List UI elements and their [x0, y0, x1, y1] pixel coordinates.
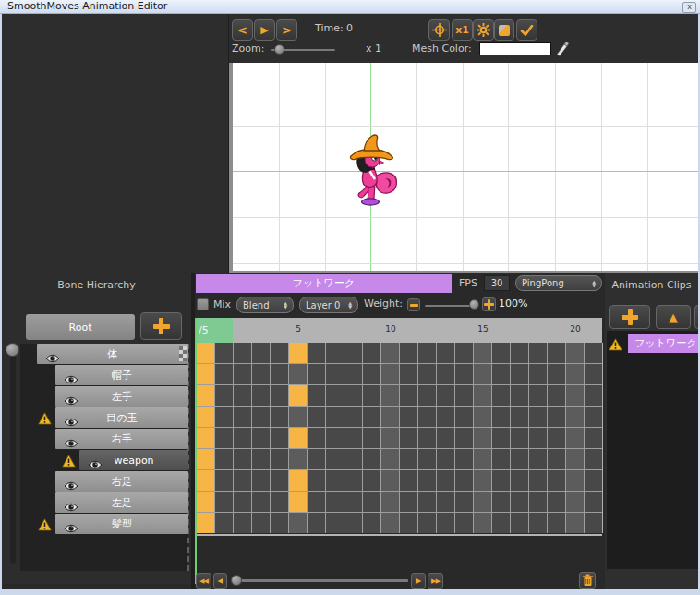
frame-cell[interactable] — [511, 407, 528, 427]
keyframe-cell[interactable] — [289, 492, 307, 512]
frame-cell[interactable] — [474, 449, 491, 469]
next-frame-button[interactable]: > — [276, 19, 297, 41]
frame-cell[interactable] — [252, 407, 270, 427]
frame-cell[interactable] — [529, 449, 547, 469]
keyframe-cell[interactable] — [197, 407, 214, 427]
frame-cell[interactable] — [492, 343, 510, 363]
layer-dropdown[interactable]: Layer 0 ▲▼ — [299, 297, 358, 313]
add-bone-button[interactable] — [140, 312, 182, 340]
frame-cell[interactable] — [585, 385, 602, 406]
frame-cell[interactable] — [252, 343, 270, 363]
eye-visibility-icon[interactable] — [64, 519, 78, 537]
settings-button[interactable] — [473, 19, 494, 41]
frame-cell[interactable] — [271, 407, 288, 427]
close-icon[interactable]: x — [682, 2, 696, 13]
eye-visibility-icon[interactable] — [64, 434, 78, 452]
frame-cell[interactable] — [437, 428, 454, 448]
frame-cell[interactable] — [511, 343, 528, 363]
frame-cell[interactable] — [381, 428, 399, 448]
frame-cell[interactable] — [418, 364, 436, 384]
frame-cell[interactable] — [455, 449, 473, 469]
frame-cell[interactable] — [234, 449, 251, 469]
timeline-scrollbar[interactable] — [231, 579, 408, 582]
frame-cell[interactable] — [437, 343, 454, 363]
frame-cell[interactable] — [252, 428, 270, 448]
keyframe-cell[interactable] — [197, 513, 214, 533]
frame-cell[interactable] — [566, 470, 584, 491]
frame-cell[interactable] — [252, 513, 270, 533]
frame-cell[interactable] — [492, 385, 510, 406]
move-clip-up-button[interactable]: ▲ — [656, 305, 691, 329]
frame-cell[interactable] — [566, 449, 584, 469]
frame-cell[interactable] — [511, 385, 528, 406]
frame-cell[interactable] — [585, 492, 602, 512]
frame-cell[interactable] — [400, 364, 417, 384]
frame-cell[interactable] — [363, 407, 380, 427]
frame-cell[interactable] — [344, 470, 362, 491]
frame-cell[interactable] — [529, 428, 547, 448]
frame-cell[interactable] — [548, 428, 565, 448]
frame-cell[interactable] — [511, 492, 528, 512]
frame-cell[interactable] — [271, 470, 288, 491]
frame-cell[interactable] — [344, 492, 362, 512]
keyframe-cell[interactable] — [197, 428, 214, 448]
frame-cell[interactable] — [381, 449, 399, 469]
frame-cell[interactable] — [418, 343, 436, 363]
frame-cell[interactable] — [511, 470, 528, 491]
frame-cell[interactable] — [363, 428, 380, 448]
frame-cell[interactable] — [474, 364, 491, 384]
frame-cell[interactable] — [455, 492, 473, 512]
frame-cell[interactable] — [271, 492, 288, 512]
fps-input[interactable] — [484, 275, 510, 291]
character-sprite[interactable] — [344, 131, 399, 209]
frame-cell[interactable] — [492, 407, 510, 427]
frame-cell[interactable] — [308, 492, 325, 512]
frame-cell[interactable] — [548, 492, 565, 512]
frame-cell[interactable] — [234, 385, 251, 406]
frame-cell[interactable] — [326, 343, 344, 363]
frame-cell[interactable] — [308, 343, 325, 363]
frame-cell[interactable] — [363, 385, 380, 406]
weight-slider[interactable] — [425, 305, 473, 307]
frame-cell[interactable] — [492, 470, 510, 491]
frame-cell[interactable] — [215, 492, 233, 512]
keyframe-cell[interactable] — [197, 343, 214, 363]
animation-canvas[interactable] — [229, 63, 698, 274]
frame-cell[interactable] — [455, 343, 473, 363]
keyframe-cell[interactable] — [289, 428, 307, 448]
frame-cell[interactable] — [400, 513, 417, 533]
frame-cell[interactable] — [529, 407, 547, 427]
bone-scrollbar-track[interactable] — [10, 344, 16, 564]
frame-cell[interactable] — [234, 428, 251, 448]
frame-cell[interactable] — [215, 407, 233, 427]
frame-cell[interactable] — [344, 343, 362, 363]
root-button[interactable]: Root — [26, 314, 135, 340]
frame-cell[interactable] — [418, 428, 436, 448]
frame-cell[interactable] — [289, 407, 307, 427]
keyframe-cell[interactable] — [197, 492, 214, 512]
frame-cell[interactable] — [344, 449, 362, 469]
apply-button[interactable] — [516, 19, 537, 41]
frame-cell[interactable] — [400, 492, 417, 512]
scroll-left-button[interactable]: ◀ — [213, 573, 227, 589]
frame-cell[interactable] — [455, 385, 473, 406]
frame-cell[interactable] — [234, 364, 251, 384]
frame-cell[interactable] — [289, 364, 307, 384]
keyframe-cell[interactable] — [197, 470, 214, 491]
bone-row-右手[interactable]: 右手 — [55, 429, 188, 449]
timeline-scrollbar-handle[interactable] — [231, 575, 242, 586]
drag-handle-checker[interactable] — [179, 346, 187, 361]
frame-cell[interactable] — [566, 492, 584, 512]
frame-cell[interactable] — [326, 364, 344, 384]
frame-cell[interactable] — [363, 513, 380, 533]
frame-cell[interactable] — [289, 513, 307, 533]
frame-ruler[interactable]: /5 5101520 — [196, 318, 602, 343]
frame-cell[interactable] — [363, 470, 380, 491]
frame-cell[interactable] — [326, 449, 344, 469]
frame-cell[interactable] — [585, 364, 602, 384]
frame-cell[interactable] — [492, 364, 510, 384]
bone-row-体[interactable]: 体 — [37, 344, 188, 364]
frame-cell[interactable] — [215, 428, 233, 448]
frame-cell[interactable] — [585, 407, 602, 427]
frame-cell[interactable] — [234, 492, 251, 512]
